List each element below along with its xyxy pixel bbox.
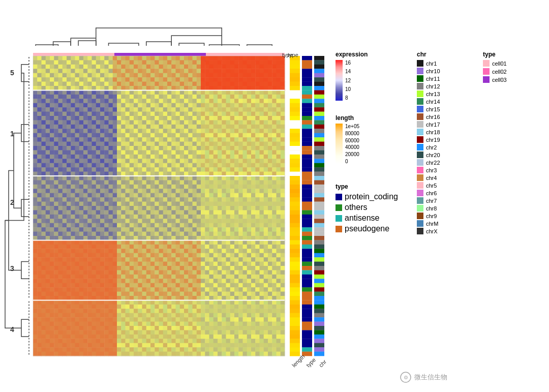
heatmap-canvas xyxy=(0,0,549,392)
main-layout: 5 1 2 3 4 length type chr type expressio… xyxy=(0,0,549,392)
